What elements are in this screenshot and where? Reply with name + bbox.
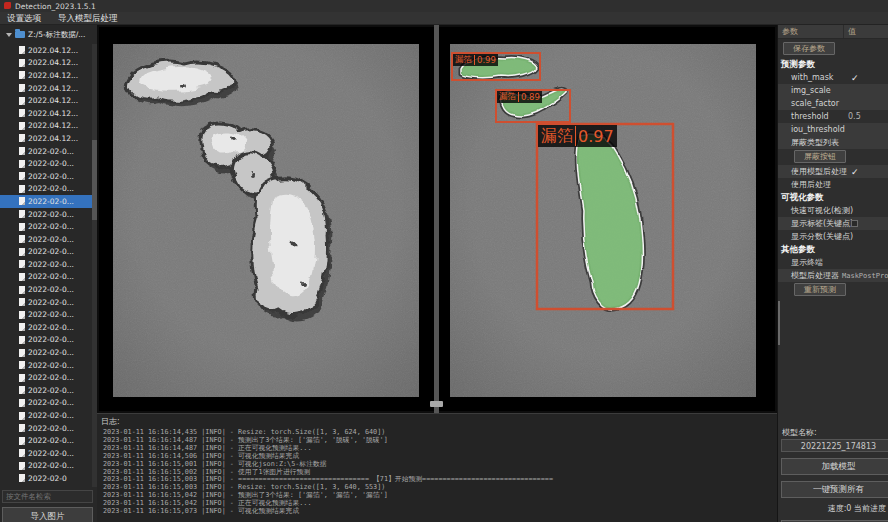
menu-settings[interactable]: 设置选项 xyxy=(0,12,48,24)
tree-item[interactable]: 2022-02-0... xyxy=(0,409,92,422)
param-row[interactable]: img_scale xyxy=(778,84,888,97)
param-row[interactable]: 屏蔽类型列表 xyxy=(778,136,888,149)
tree-item[interactable]: 2022-02-0... xyxy=(0,258,92,271)
checkbox-empty[interactable] xyxy=(851,220,858,227)
param-row[interactable]: 显示标签(关键点) xyxy=(778,217,888,230)
param-label: img_scale xyxy=(791,86,831,95)
file-icon xyxy=(19,122,25,130)
param-section-header: 预测参数 xyxy=(778,58,888,71)
tree-item[interactable]: 2022-02-0... xyxy=(0,321,92,334)
param-label: 显示标签(关键点) xyxy=(791,218,853,229)
param-row[interactable]: 显示终端 xyxy=(778,256,888,269)
tree-item[interactable]: 2022-02-0... xyxy=(0,208,92,221)
tree-item[interactable]: 2022.04.12... xyxy=(0,94,92,107)
viewer-splitter[interactable] xyxy=(434,25,439,413)
tree-item[interactable]: 2022-02-0... xyxy=(0,183,92,196)
tree-item[interactable]: 2022-02-0... xyxy=(0,296,92,309)
tree-item[interactable]: 2022-02-0... xyxy=(0,346,92,359)
tree-item-label: 2022-02-0... xyxy=(28,335,74,344)
tree-item[interactable]: 2022.04.12... xyxy=(0,44,92,57)
file-icon xyxy=(19,46,25,54)
import-images-button[interactable]: 导入图片 xyxy=(2,507,93,522)
file-icon xyxy=(19,449,25,457)
tree-item[interactable]: 2022-02-0... xyxy=(0,195,92,208)
tree-item[interactable]: 2022-02-0... xyxy=(0,460,92,473)
param-row[interactable]: 显示分数(关键点) xyxy=(778,230,888,243)
model-name-field[interactable]: 20221225_174813 xyxy=(781,439,888,452)
tree-item[interactable]: 2022-02-0... xyxy=(0,359,92,372)
param-label: threshold xyxy=(791,112,829,121)
tree-item[interactable]: 2022-02-0... xyxy=(0,145,92,158)
file-tree-panel: Z:/5-标注数据/... 2022.04.12...2022.04.12...… xyxy=(0,25,98,522)
splitter-handle-icon[interactable] xyxy=(430,401,443,407)
tree-item[interactable]: 2022-02-0... xyxy=(0,434,92,447)
tree-item[interactable]: 2022-02-0... xyxy=(0,371,92,384)
file-icon xyxy=(19,286,25,294)
prediction-image[interactable]: 漏箔0.99 漏箔0.89 漏箔0.97 xyxy=(450,44,756,397)
tree-item[interactable]: 2022-02-0... xyxy=(0,246,92,259)
tree-item-label: 2022-02-0... xyxy=(28,147,74,156)
tree-item-label: 2022.04.12... xyxy=(28,71,78,80)
tree-item[interactable]: 2022-02-0 xyxy=(0,472,92,485)
tree-item[interactable]: 2022-02-0... xyxy=(0,447,92,460)
tree-item-label: 2022-02-0... xyxy=(28,172,74,181)
tree-item[interactable]: 2022.04.12... xyxy=(0,57,92,70)
file-icon xyxy=(19,84,25,92)
tree-item[interactable]: 2022-02-0... xyxy=(0,397,92,410)
param-row[interactable]: 使用后处理 xyxy=(778,178,888,191)
file-icon xyxy=(19,424,25,432)
check-icon: ✓ xyxy=(851,73,859,83)
tree-item[interactable]: 2022.04.12... xyxy=(0,82,92,95)
param-row[interactable]: scale_factor xyxy=(778,97,888,110)
tree-item[interactable]: 2022-02-0... xyxy=(0,220,92,233)
tree-item[interactable]: 2022-02-0... xyxy=(0,233,92,246)
file-icon xyxy=(19,172,25,180)
param-action-button[interactable]: 屏蔽按钮 xyxy=(794,150,846,163)
param-row[interactable]: 快速可视化(检测) xyxy=(778,204,888,217)
file-icon xyxy=(19,109,25,117)
original-image[interactable] xyxy=(113,44,419,397)
tree-item[interactable]: 2022.04.12... xyxy=(0,69,92,82)
menu-import-model-postprocess[interactable]: 导入模型后处理 xyxy=(51,12,125,24)
search-input[interactable] xyxy=(2,490,93,503)
tree-item[interactable]: 2022-02-0... xyxy=(0,271,92,284)
params-scrollbar[interactable] xyxy=(778,301,780,345)
tree-item-label: 2022.04.12... xyxy=(28,134,78,143)
tree-item[interactable]: 2022-02-0... xyxy=(0,422,92,435)
tree-item-label: 2022-02-0... xyxy=(28,260,74,269)
tree-item[interactable]: 2022-02-0... xyxy=(0,334,92,347)
tree-item[interactable]: 2022-02-0... xyxy=(0,384,92,397)
tree-item[interactable]: 2022.04.12... xyxy=(0,120,92,133)
save-params-button[interactable]: 保存参数 xyxy=(783,42,835,55)
file-icon xyxy=(19,399,25,407)
detection-label-3: 漏箔0.97 xyxy=(538,125,617,147)
detection-score: 0.99 xyxy=(477,55,496,65)
expand-arrow-icon[interactable] xyxy=(6,33,12,37)
tree-root-folder[interactable]: Z:/5-标注数据/... xyxy=(0,28,97,41)
tree-item[interactable]: 2022.04.12... xyxy=(0,132,92,145)
tree-item-label: 2022-02-0... xyxy=(28,235,74,244)
param-row[interactable]: with_mask✓ xyxy=(778,71,888,84)
tree-item-label: 2022-02-0... xyxy=(28,436,74,445)
tree-item-label: 2022.04.12... xyxy=(28,46,78,55)
tree-item[interactable]: 2022-02-0... xyxy=(0,157,92,170)
param-action-button[interactable]: 重新预测 xyxy=(794,283,846,296)
param-row[interactable]: 模型后处理器MaskPostPro xyxy=(778,269,888,282)
param-row[interactable]: threshold0.5 xyxy=(778,110,888,123)
tree-item[interactable]: 2022-02-0... xyxy=(0,170,92,183)
log-lines[interactable]: 2023-01-11 16:16:14,435 |INFO| - Resize:… xyxy=(97,429,777,516)
param-label: scale_factor xyxy=(791,99,839,108)
tree-item-label: 2022-02-0... xyxy=(28,449,74,458)
predict-all-button[interactable]: 一键预测所有 xyxy=(781,481,888,498)
param-value: 0.5 xyxy=(848,112,861,121)
load-model-button[interactable]: 加载模型 xyxy=(781,458,888,475)
tree-item[interactable]: 2022-02-0... xyxy=(0,283,92,296)
tree-item-label: 2022.04.12... xyxy=(28,58,78,67)
tree-item[interactable]: 2022.04.12... xyxy=(0,107,92,120)
prediction-image-svg xyxy=(450,44,756,397)
tree-item[interactable]: 2022-02-0... xyxy=(0,308,92,321)
param-row[interactable]: 使用模型后处理✓ xyxy=(778,165,888,178)
file-icon xyxy=(19,311,25,319)
tree-item-label: 2022-02-0... xyxy=(28,310,74,319)
param-row[interactable]: iou_threshold xyxy=(778,123,888,136)
